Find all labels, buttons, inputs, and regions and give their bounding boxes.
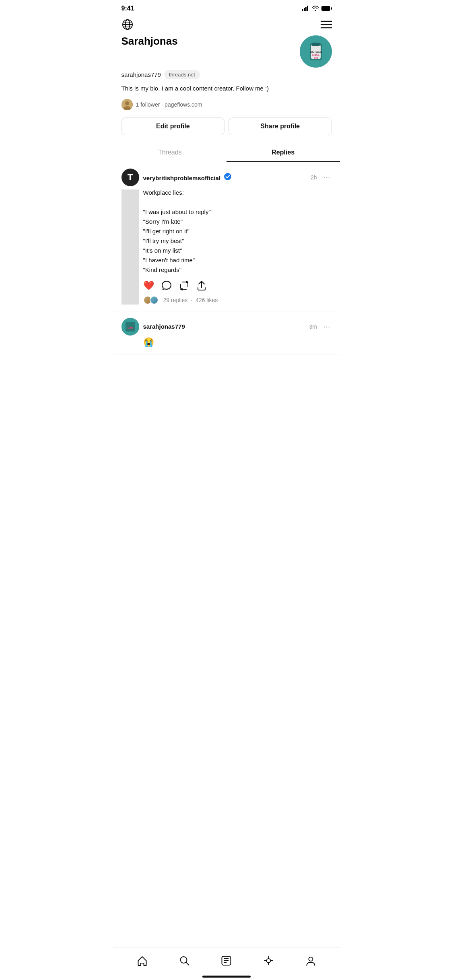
share-button[interactable] bbox=[197, 280, 206, 291]
followers-row: 1 follower · pageflows.com bbox=[121, 99, 332, 110]
share-profile-button[interactable]: Share profile bbox=[229, 117, 332, 135]
verified-icon bbox=[224, 173, 231, 180]
reply-post-header: DRI sarahjonas779 3m ··· bbox=[121, 318, 332, 336]
reply-content: 😭 bbox=[121, 337, 332, 348]
follower-avatar bbox=[121, 99, 133, 110]
battery-icon bbox=[321, 6, 332, 11]
post-header: T verybritishproblemsofficial 2h ··· bbox=[121, 169, 332, 186]
profile-avatar: Sally Hansen INSTA- DRI bbox=[300, 35, 332, 68]
reply-time: 3m bbox=[309, 323, 317, 330]
post-username[interactable]: verybritishproblemsofficial bbox=[143, 175, 221, 181]
tabs: Threads Replies bbox=[113, 143, 340, 162]
reply-avatar: DRI bbox=[121, 318, 139, 336]
tab-threads[interactable]: Threads bbox=[113, 143, 227, 162]
status-time: 9:41 bbox=[121, 5, 134, 12]
profile-username-row: sarahjonas779 threads.net bbox=[121, 70, 332, 79]
wifi-icon bbox=[312, 6, 319, 11]
post-body: Workplace lies: "I was just about to rep… bbox=[139, 188, 332, 305]
svg-text:DRI: DRI bbox=[313, 57, 318, 59]
svg-rect-17 bbox=[312, 43, 320, 46]
menu-icon[interactable] bbox=[321, 21, 332, 29]
replies-count: 29 replies bbox=[163, 297, 188, 303]
thread-post: T verybritishproblemsofficial 2h ··· Wor… bbox=[113, 162, 340, 311]
svg-rect-4 bbox=[321, 6, 330, 11]
stat-avatars bbox=[143, 296, 159, 305]
post-text: Workplace lies: "I was just about to rep… bbox=[143, 188, 332, 275]
profile-section: Sarahjonas Sally Hansen INSTA- DRI sarah… bbox=[113, 35, 340, 143]
globe-icon[interactable] bbox=[121, 19, 134, 31]
likes-count: 426 likes bbox=[196, 297, 218, 303]
profile-username: sarahjonas779 bbox=[121, 71, 161, 78]
edit-profile-button[interactable]: Edit profile bbox=[121, 117, 225, 135]
status-bar: 9:41 bbox=[113, 0, 340, 15]
post-time: 2h bbox=[311, 174, 317, 181]
svg-point-22 bbox=[125, 101, 129, 105]
reply-post: DRI sarahjonas779 3m ··· 😭 bbox=[113, 311, 340, 354]
post-avatar: T bbox=[121, 169, 139, 186]
stat-avatar-2 bbox=[150, 296, 159, 305]
followers-text: 1 follower · pageflows.com bbox=[136, 101, 202, 108]
profile-buttons: Edit profile Share profile bbox=[121, 117, 332, 135]
reply-user-info: DRI sarahjonas779 bbox=[121, 318, 185, 336]
svg-point-24 bbox=[224, 173, 231, 180]
post-user-info: T verybritishproblemsofficial bbox=[121, 169, 231, 186]
svg-rect-5 bbox=[331, 7, 332, 10]
reply-username[interactable]: sarahjonas779 bbox=[143, 323, 185, 330]
like-button[interactable]: ❤️ bbox=[143, 280, 154, 291]
comment-button[interactable] bbox=[161, 280, 172, 291]
stat-separator: · bbox=[191, 297, 192, 303]
svg-rect-2 bbox=[305, 7, 307, 11]
post-stats: 29 replies · 426 likes bbox=[143, 296, 332, 305]
signal-icon bbox=[302, 6, 309, 11]
threads-badge[interactable]: threads.net bbox=[164, 70, 200, 79]
svg-rect-1 bbox=[304, 8, 305, 11]
svg-rect-0 bbox=[302, 9, 303, 11]
repost-button[interactable] bbox=[179, 280, 189, 291]
post-content-wrapper: Workplace lies: "I was just about to rep… bbox=[121, 188, 332, 305]
more-options-button[interactable]: ··· bbox=[322, 173, 332, 182]
svg-rect-3 bbox=[307, 6, 308, 11]
svg-text:Sally Hansen: Sally Hansen bbox=[309, 51, 322, 53]
profile-bio: This is my bio. I am a cool content crea… bbox=[121, 84, 332, 93]
post-actions: ❤️ bbox=[143, 280, 332, 291]
status-icons bbox=[302, 6, 332, 11]
tab-replies[interactable]: Replies bbox=[226, 143, 340, 162]
svg-text:INSTA-: INSTA- bbox=[312, 54, 320, 56]
svg-text:DRI: DRI bbox=[128, 326, 133, 329]
thread-line-col bbox=[121, 188, 139, 305]
profile-display-name: Sarahjonas bbox=[121, 35, 178, 47]
header bbox=[113, 15, 340, 35]
reply-more-options-button[interactable]: ··· bbox=[322, 322, 332, 331]
